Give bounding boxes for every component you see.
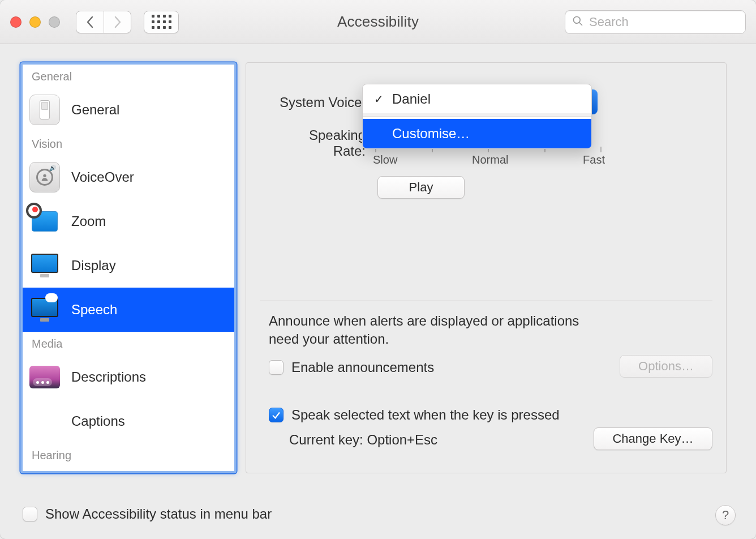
sidebar-item-descriptions[interactable]: Descriptions: [23, 355, 234, 399]
sidebar-item-label: General: [71, 102, 119, 118]
speech-icon: [29, 294, 60, 325]
svg-line-1: [579, 23, 582, 25]
window: Accessibility General General Vision 🔊 V…: [0, 0, 756, 539]
play-button[interactable]: Play: [377, 176, 465, 199]
descriptions-icon: [29, 362, 60, 392]
voice-menu-item-label: Customise…: [392, 126, 470, 142]
checkmark-icon: ✓: [373, 92, 384, 106]
rate-normal-label: Normal: [472, 153, 508, 166]
show-all-button[interactable]: [144, 11, 179, 33]
enable-announcements-checkbox[interactable]: [269, 360, 284, 375]
menu-separator: [363, 116, 591, 117]
speak-selected-checkbox[interactable]: [269, 408, 284, 422]
sidebar-item-label: Zoom: [71, 213, 106, 229]
change-key-button[interactable]: Change Key…: [594, 427, 712, 450]
captions-icon: [29, 406, 60, 437]
search-input[interactable]: [589, 15, 745, 29]
nav-buttons: [76, 11, 131, 33]
svg-point-2: [43, 174, 46, 177]
announce-description: Announce when alerts are displayed or ap…: [269, 312, 613, 349]
sidebar-item-label: Captions: [71, 413, 125, 429]
zoom-icon: [29, 206, 60, 237]
show-status-row[interactable]: Show Accessibility status in menu bar: [23, 506, 272, 522]
general-icon: [29, 95, 60, 125]
rate-slow-label: Slow: [373, 153, 397, 166]
search-icon: [572, 15, 583, 28]
speak-selected-label: Speak selected text when the key is pres…: [291, 407, 560, 423]
sidebar-item-speech[interactable]: Speech: [23, 288, 234, 332]
forward-button: [104, 11, 131, 33]
system-voice-menu[interactable]: ✓ Daniel ✓ Customise…: [362, 84, 592, 149]
rate-slider-labels: Slow Normal Fast: [373, 153, 605, 166]
titlebar: Accessibility: [0, 0, 756, 44]
enable-announcements-row[interactable]: Enable announcements: [269, 360, 434, 375]
options-button: Options…: [620, 355, 712, 378]
sidebar-section-vision: Vision: [23, 132, 234, 155]
enable-announcements-label: Enable announcements: [291, 360, 434, 375]
system-voice-label: System Voice:: [274, 95, 368, 110]
voice-menu-item-label: Daniel: [392, 91, 431, 107]
sidebar[interactable]: General General Vision 🔊 VoiceOver Zoom …: [20, 62, 237, 473]
sidebar-item-label: Descriptions: [71, 369, 146, 385]
help-button[interactable]: ?: [715, 505, 736, 525]
speak-selected-row[interactable]: Speak selected text when the key is pres…: [269, 407, 560, 423]
grid-icon: [152, 15, 171, 29]
sidebar-item-zoom[interactable]: Zoom: [23, 199, 234, 243]
sidebar-item-voiceover[interactable]: 🔊 VoiceOver: [23, 155, 234, 199]
sidebar-item-general[interactable]: General: [23, 88, 234, 132]
sidebar-item-label: Display: [71, 258, 116, 273]
search-field[interactable]: [565, 10, 746, 34]
sidebar-item-label: Speech: [71, 302, 117, 318]
speaking-rate-label: Speaking Rate:: [274, 127, 368, 159]
show-status-checkbox[interactable]: [23, 507, 37, 521]
sidebar-item-display[interactable]: Display: [23, 243, 234, 288]
maximize-button: [49, 16, 60, 28]
window-controls: [10, 16, 60, 28]
minimize-button[interactable]: [29, 16, 41, 28]
voiceover-icon: 🔊: [29, 162, 60, 192]
voice-menu-item-customise[interactable]: ✓ Customise…: [363, 119, 591, 148]
rate-fast-label: Fast: [583, 153, 605, 166]
show-status-label: Show Accessibility status in menu bar: [45, 506, 272, 522]
close-button[interactable]: [10, 16, 22, 28]
divider: [260, 301, 712, 301]
voice-menu-item-daniel[interactable]: ✓ Daniel: [363, 84, 591, 114]
display-icon: [29, 250, 60, 281]
sidebar-section-general: General: [23, 65, 234, 88]
sidebar-section-media: Media: [23, 332, 234, 355]
sidebar-item-captions[interactable]: Captions: [23, 399, 234, 443]
current-key-label: Current key: Option+Esc: [289, 432, 437, 448]
sidebar-section-hearing: Hearing: [23, 443, 234, 467]
back-button[interactable]: [76, 11, 104, 33]
sidebar-item-label: VoiceOver: [71, 169, 134, 185]
